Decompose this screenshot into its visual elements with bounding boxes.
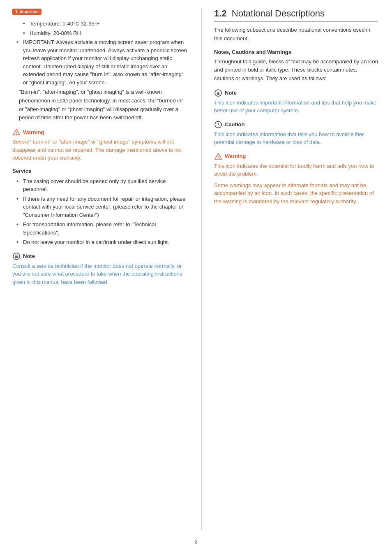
section-title: Notational Descriptions [232,8,325,19]
important-text: IMPORTANT: Always activate a moving scre… [23,39,187,86]
warning-text-right-1: This icon indicates the potential for bo… [214,162,378,178]
note-label-1: Note [23,253,35,259]
note-label-right: Note [225,90,237,96]
list-item: IMPORTANT: Always activate a moving scre… [16,38,189,86]
warning-text-1: Severe" burn-in" or "after-image" or "gh… [12,138,189,162]
left-column: 1. Important Temperature: 0-40°C 32-95°F… [12,8,189,530]
sub-bullet-list: Temperature: 0-40°C 32-95°F Humidity: 20… [12,20,189,37]
subsection-heading: Notes, Cautions and Warnings [214,49,378,55]
warning-icon-right [214,152,222,160]
right-column: 1.2 Notational Descriptions The followin… [201,8,378,530]
svg-point-14 [218,158,219,159]
warning-block-right: Warning This icon indicates the potentia… [214,152,378,206]
svg-point-1 [16,134,17,135]
svg-point-6 [215,90,221,96]
caution-header: Caution [214,121,378,129]
note-icon-1 [12,252,21,260]
intro-text: The following subsections describe notat… [214,26,378,43]
warning-header-1: Warning [12,128,189,136]
page-number: 2 [0,538,392,545]
warning-label-1: Warning [23,129,44,135]
list-item: Do not leave your monitor in a car/trunk… [16,238,189,246]
note-icon-right [214,89,222,97]
list-item: If there is any need for any document fo… [16,195,189,219]
caution-icon [214,121,222,129]
section-heading: 1.2 Notational Descriptions [214,8,378,22]
note-header-1: Note [12,252,189,260]
list-item: The casing cover should be opened only b… [16,177,189,193]
note-text-right: This icon indicates important informatio… [214,99,378,115]
svg-point-12 [218,126,219,127]
note-text-1: Consult a service technician if the moni… [12,262,189,286]
warning-text-right-2: Some warnings may appear in alternate fo… [214,181,378,206]
indent-block: "Burn-in", "after-imaging", or "ghost im… [19,88,189,122]
list-item: Temperature: 0-40°C 32-95°F [23,20,189,28]
warning-block-1: Warning Severe" burn-in" or "after-image… [12,128,189,162]
warning-label-right: Warning [225,153,246,159]
important-text2: "Burn-in", "after-imaging", or "ghost im… [19,89,183,121]
section-number: 1.2 [214,8,227,19]
tab-badge: 1. Important [12,9,42,15]
caution-text: This icon indicates information that tel… [214,130,378,146]
subsection-text: Throughout this guide, blocks of text ma… [214,58,378,83]
service-heading: Service [12,168,189,174]
warning-icon-1 [12,128,21,136]
note-block-1: Note Consult a service technician if the… [12,252,189,286]
warning-header-right: Warning [214,152,378,160]
page: 1. Important Temperature: 0-40°C 32-95°F… [0,0,392,557]
content-area: 1. Important Temperature: 0-40°C 32-95°F… [0,8,392,530]
caution-label: Caution [225,121,244,128]
list-item: Humidity: 20-80% RH [23,29,189,37]
note-header-right: Note [214,89,378,97]
list-item: For transportation information, please r… [16,220,189,237]
service-list: The casing cover should be opened only b… [12,177,189,246]
important-list: IMPORTANT: Always activate a moving scre… [12,38,189,86]
caution-block: Caution This icon indicates information … [214,121,378,146]
note-block-right: Note This icon indicates important infor… [214,89,378,115]
